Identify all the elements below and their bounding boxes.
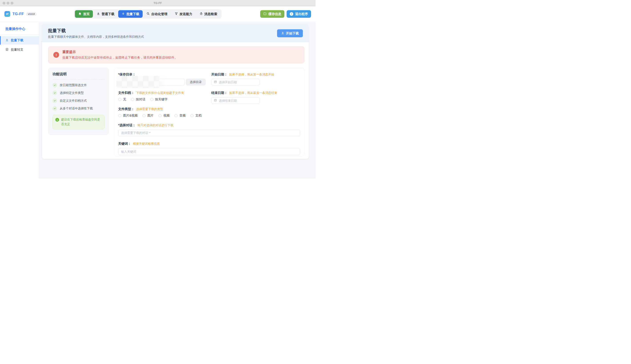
disk-space-tip: i 建议在下载前检查磁盘空间是否充足: [53, 115, 105, 130]
start-date-hint: 如果不选择，将从第一条消息开始: [229, 72, 274, 76]
exit-app-button[interactable]: ! 退出程序: [287, 10, 311, 18]
sidebar-item-batch-download[interactable]: 批量下载: [0, 36, 39, 44]
radio-archive-by-keyword[interactable]: 按关键字: [150, 98, 168, 102]
radio-type-document[interactable]: 文档: [190, 114, 201, 118]
tip-text: 建议在下载前检查磁盘空间是否充足: [61, 118, 102, 127]
keyword-label-row: 关键词： 根据关键词检索信息: [118, 142, 300, 146]
traffic-lights: [3, 0, 13, 6]
feature-item: 自定义文件归档方式: [53, 98, 105, 103]
window-close-button[interactable]: [3, 2, 5, 4]
archive-hint: 下载的文件按什么规则创建子文件夹: [136, 91, 184, 95]
warning-content: 重要提示 批量下载启动后无法中途暂停或停止，如需终止下载任务，请关闭并重新启动软…: [63, 50, 178, 60]
nav-tab-home[interactable]: 首页: [75, 10, 93, 18]
chat-select-hint: 将只对选择的对话进行下载: [137, 124, 173, 128]
keyword-hint: 根据关键词检索信息: [133, 142, 160, 146]
calendar-icon: [214, 80, 217, 84]
archive-radio-group: 无 按对话 按关键字: [118, 97, 205, 102]
content-columns: 功能说明 按日期范围筛选文件 选择特定文件类型: [48, 68, 304, 156]
feature-item: 从多个对话中选择性下载: [53, 106, 105, 111]
start-date-label: 开始日期：: [211, 72, 227, 76]
start-date-picker[interactable]: [211, 79, 260, 86]
document-icon: [5, 48, 9, 52]
app-window: TG-FF TG-FF v3.0.0 首页 普通下载 批量下载 自动化管理: [0, 0, 316, 182]
radio-archive-none[interactable]: 无: [118, 98, 126, 102]
radio-type-media[interactable]: 图片&视频: [118, 114, 138, 118]
feature-item-label: 从多个对话中选择性下载: [60, 106, 93, 110]
batch-download-card: 批量下载 批量下载聊天中的媒体文件、文档等内容，支持多种筛选条件和归档方式 开始…: [42, 24, 309, 159]
radio-icon: [118, 98, 121, 101]
keyword-group: 关键词： 根据关键词检索信息: [118, 142, 300, 155]
stopwatch-icon: [199, 12, 203, 16]
app-body: 批量操作中心 批量下载 批量转文 批量下载 批量下载聊天中的媒体文件、文档等内容…: [0, 22, 316, 178]
features-title: 功能说明: [53, 72, 105, 76]
feature-item-label: 选择特定文件类型: [60, 91, 84, 95]
radio-icon: [150, 98, 153, 101]
start-download-label: 开始下载: [286, 31, 299, 36]
archive-group: 文件归档： 下载的文件按什么规则创建子文件夹 无 按对话 按关键字: [118, 91, 205, 102]
download-tray-icon: [97, 12, 100, 16]
nav-tab-automation[interactable]: 自动化管理: [143, 10, 171, 18]
end-date-picker[interactable]: [211, 97, 260, 104]
page-title: 批量下载: [48, 28, 144, 34]
start-date-input[interactable]: [219, 80, 257, 84]
start-download-button[interactable]: 开始下载: [277, 29, 303, 37]
chat-select-placeholder: 选择需要下载的对话: [121, 131, 148, 135]
main-nav: 首页 普通下载 批量下载 自动化管理 发送能力 消息检索: [74, 9, 221, 19]
radio-type-video[interactable]: 视频: [158, 114, 170, 118]
keyword-input[interactable]: [118, 148, 300, 155]
start-date-group: 开始日期： 如果不选择，将从第一条消息开始: [211, 72, 300, 86]
nav-tab-batch-download[interactable]: 批量下载: [118, 10, 143, 18]
save-dir-label: *保存目录：: [118, 72, 136, 76]
chat-select-label: *选择对话：: [118, 123, 136, 128]
radio-icon: [118, 114, 121, 117]
feature-item-label: 自定义文件归档方式: [60, 99, 87, 103]
nav-tab-send[interactable]: 发送能力: [171, 10, 196, 18]
save-dir-input[interactable]: [118, 79, 185, 86]
nav-tab-normal-download[interactable]: 普通下载: [93, 10, 118, 18]
window-minimize-button[interactable]: [7, 2, 9, 4]
funnel-icon: [175, 12, 178, 16]
warning-banner: ! 重要提示 批量下载启动后无法中途暂停或停止，如需终止下载任务，请关闭并重新启…: [48, 46, 304, 63]
warning-text: 批量下载启动后无法中途暂停或停止，如需终止下载任务，请关闭并重新启动软件。: [63, 56, 178, 60]
nav-tab-message-search[interactable]: 消息检索: [196, 10, 221, 18]
exit-app-label: 退出程序: [295, 12, 308, 16]
radio-icon: [158, 114, 162, 117]
window-zoom-button[interactable]: [11, 2, 13, 4]
sidebar-title: 批量操作中心: [5, 27, 39, 31]
radio-archive-by-chat[interactable]: 按对话: [131, 98, 145, 102]
end-date-input[interactable]: [219, 99, 257, 102]
sidebar-item-batch-transcribe[interactable]: 批量转文: [0, 46, 39, 54]
check-circle-icon: [53, 90, 57, 95]
check-circle-icon: [53, 83, 57, 88]
check-circle-icon: [53, 98, 57, 103]
chat-select-group: *选择对话： 将只对选择的对话进行下载 选择需要下载的对话: [118, 123, 300, 136]
navbar-actions: 缓存信息 ! 退出程序: [260, 10, 311, 18]
titlebar: TG-FF: [0, 0, 316, 6]
file-type-label-row: 文件类型： 选择需要下载的类型: [118, 107, 205, 111]
sidebar-item-label: 批量下载: [11, 38, 23, 42]
nav-tab-label: 首页: [83, 12, 90, 16]
nav-tab-label: 批量下载: [126, 12, 139, 16]
end-date-hint: 如果不选择，将从最后一条消息结束: [229, 91, 277, 95]
main-content: 批量下载 批量下载聊天中的媒体文件、文档等内容，支持多种筛选条件和归档方式 开始…: [39, 22, 316, 178]
chat-select[interactable]: 选择需要下载的对话: [118, 130, 300, 136]
window-title: TG-FF: [154, 2, 162, 5]
brand-name: TG-FF: [13, 12, 24, 16]
download-form: *保存目录： 选择目录: [114, 68, 304, 156]
cache-info-button[interactable]: 缓存信息: [260, 10, 284, 18]
radio-type-image[interactable]: 图片: [142, 114, 154, 118]
info-icon: i: [55, 118, 59, 122]
app-logo-icon: [5, 11, 10, 17]
nav-tab-label: 普通下载: [102, 12, 114, 16]
choose-dir-button[interactable]: 选择目录: [186, 79, 205, 86]
radio-type-audio[interactable]: 音频: [174, 114, 186, 118]
page-subtitle: 批量下载聊天中的媒体文件、文档等内容，支持多种筛选条件和归档方式: [48, 35, 144, 39]
end-date-label-row: 结束日期： 如果不选择，将从最后一条消息结束: [211, 91, 300, 95]
radio-icon: [131, 98, 134, 101]
nav-tab-label: 消息检索: [204, 12, 217, 16]
archive-label: 文件归档：: [118, 91, 134, 95]
nav-tab-label: 自动化管理: [151, 12, 168, 16]
file-type-radio-group: 图片&视频 图片 视频 音频 文档: [118, 114, 205, 118]
features-divider: [53, 80, 105, 80]
arrow-down-icon: [122, 12, 125, 16]
